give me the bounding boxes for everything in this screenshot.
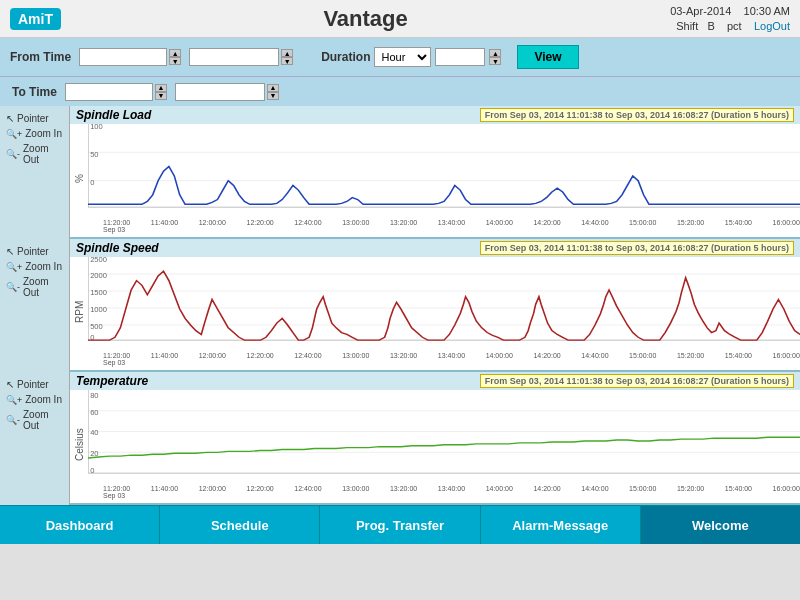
to-date-input[interactable]: 05-Sep -2014 — [65, 83, 153, 101]
header: AmiT Vantage 03-Apr-2014 10:30 AM Shift … — [0, 0, 800, 38]
pointer-button-3[interactable]: ↖ Pointer — [4, 378, 51, 391]
time-display: 10:30 AM — [744, 5, 790, 17]
temperature-ylabel: Celsius — [70, 390, 88, 499]
spindle-speed-range: From Sep 03, 2014 11:01:38 to Sep 03, 20… — [480, 241, 794, 255]
spindle-speed-header: Spindle Speed From Sep 03, 2014 11:01:38… — [70, 239, 800, 257]
controls-bar-2: To Time 05-Sep -2014 ▲▼ 02:00:00 PM ▲▼ — [0, 76, 800, 106]
svg-text:0: 0 — [90, 180, 94, 187]
to-time-group: 02:00:00 PM ▲▼ — [175, 83, 279, 101]
pointer-icon-3: ↖ — [6, 379, 14, 390]
zoom-in-icon-2: 🔍+ — [6, 262, 22, 272]
temperature-header: Temperature From Sep 03, 2014 11:01:38 t… — [70, 372, 800, 390]
bottom-nav: Dashboard Schedule Prog. Transfer Alarm-… — [0, 504, 800, 544]
spindle-speed-area: RPM 2500 — [70, 257, 800, 366]
svg-text:50: 50 — [90, 151, 98, 158]
spindle-load-ylabel: % — [70, 124, 88, 233]
logo: AmiT — [10, 8, 61, 30]
spindle-speed-canvas: 2500 2000 1500 1000 500 0 — [88, 257, 800, 352]
duration-spinner[interactable]: ▲▼ — [489, 49, 501, 65]
to-time-label: To Time — [12, 85, 57, 99]
svg-text:0: 0 — [90, 468, 94, 475]
temperature-panel: Temperature From Sep 03, 2014 11:01:38 t… — [70, 372, 800, 505]
pointer-button-2[interactable]: ↖ Pointer — [4, 245, 51, 258]
spindle-load-area: % 100 50 0 — [70, 124, 800, 233]
pointer-icon-1: ↖ — [6, 113, 14, 124]
zoom-out-label-3: Zoom Out — [23, 409, 63, 431]
spindle-speed-sidebar: ↖ Pointer 🔍+ Zoom In 🔍- Zoom Out — [0, 239, 70, 372]
from-date-group: 01-Sep -2014 ▲▼ — [79, 48, 181, 66]
zoom-out-icon-3: 🔍- — [6, 415, 20, 425]
nav-dashboard[interactable]: Dashboard — [0, 506, 160, 544]
temperature-sidebar: ↖ Pointer 🔍+ Zoom In 🔍- Zoom Out — [0, 372, 70, 505]
svg-text:80: 80 — [90, 392, 98, 399]
svg-text:1000: 1000 — [90, 306, 107, 313]
zoom-out-button-3[interactable]: 🔍- Zoom Out — [4, 408, 65, 432]
svg-text:0: 0 — [90, 335, 94, 342]
svg-text:100: 100 — [90, 124, 103, 131]
spindle-load-row: ↖ Pointer 🔍+ Zoom In 🔍- Zoom Out Spindle… — [0, 106, 800, 239]
pointer-label-2: Pointer — [17, 246, 49, 257]
view-button[interactable]: View — [517, 45, 578, 69]
pointer-icon-2: ↖ — [6, 246, 14, 257]
spindle-load-range: From Sep 03, 2014 11:01:38 to Sep 03, 20… — [480, 108, 794, 122]
from-time-input[interactable]: 06:00:00 AM — [189, 48, 279, 66]
spindle-speed-title: Spindle Speed — [76, 241, 159, 255]
zoom-in-icon-3: 🔍+ — [6, 395, 22, 405]
from-time-label: From Time — [10, 50, 71, 64]
zoom-out-label-2: Zoom Out — [23, 276, 63, 298]
spindle-speed-body: 2500 2000 1500 1000 500 0 11:20 — [88, 257, 800, 366]
zoom-out-label-1: Zoom Out — [23, 143, 63, 165]
spindle-load-body: 100 50 0 11:20:00Sep 0311:40:0012:00:001… — [88, 124, 800, 233]
nav-alarm-message[interactable]: Alarm-Message — [481, 506, 641, 544]
shift-value: B — [707, 20, 714, 32]
controls-bar: From Time 01-Sep -2014 ▲▼ 06:00:00 AM ▲▼… — [0, 38, 800, 76]
from-date-input[interactable]: 01-Sep -2014 — [79, 48, 167, 66]
zoom-in-label-3: Zoom In — [25, 394, 62, 405]
svg-text:2000: 2000 — [90, 272, 107, 279]
zoom-out-button-1[interactable]: 🔍- Zoom Out — [4, 142, 65, 166]
spindle-speed-xaxis: 11:20:00Sep 0311:40:0012:00:0012:20:0012… — [88, 352, 800, 366]
from-time-group: 06:00:00 AM ▲▼ — [189, 48, 293, 66]
svg-text:1500: 1500 — [90, 289, 107, 296]
temperature-body: 80 60 40 20 0 11:20:00Sep 0311:40:0012:0… — [88, 390, 800, 499]
spindle-load-xaxis: 11:20:00Sep 0311:40:0012:00:0012:20:0012… — [88, 219, 800, 233]
zoom-in-label-1: Zoom In — [25, 128, 62, 139]
to-date-spinner[interactable]: ▲▼ — [155, 84, 167, 100]
to-time-spinner[interactable]: ▲▼ — [267, 84, 279, 100]
to-time-input[interactable]: 02:00:00 PM — [175, 83, 265, 101]
header-info: 03-Apr-2014 10:30 AM Shift B pct LogOut — [670, 4, 790, 33]
spindle-load-sidebar: ↖ Pointer 🔍+ Zoom In 🔍- Zoom Out — [0, 106, 70, 239]
pointer-label-1: Pointer — [17, 113, 49, 124]
nav-prog-transfer[interactable]: Prog. Transfer — [320, 506, 480, 544]
zoom-in-button-3[interactable]: 🔍+ Zoom In — [4, 393, 64, 406]
zoom-in-label-2: Zoom In — [25, 261, 62, 272]
temperature-row: ↖ Pointer 🔍+ Zoom In 🔍- Zoom Out Tempera… — [0, 372, 800, 505]
svg-text:500: 500 — [90, 323, 103, 330]
to-date-group: 05-Sep -2014 ▲▼ — [65, 83, 167, 101]
duration-number-input[interactable]: 8 — [435, 48, 485, 66]
spindle-load-header: Spindle Load From Sep 03, 2014 11:01:38 … — [70, 106, 800, 124]
logout-button[interactable]: LogOut — [754, 20, 790, 32]
temperature-xaxis: 11:20:00Sep 0311:40:0012:00:0012:20:0012… — [88, 485, 800, 499]
duration-label: Duration — [321, 50, 370, 64]
from-date-spinner[interactable]: ▲▼ — [169, 49, 181, 65]
zoom-out-button-2[interactable]: 🔍- Zoom Out — [4, 275, 65, 299]
zoom-in-button-1[interactable]: 🔍+ Zoom In — [4, 127, 64, 140]
nav-schedule[interactable]: Schedule — [160, 506, 320, 544]
spindle-speed-row: ↖ Pointer 🔍+ Zoom In 🔍- Zoom Out Spindle… — [0, 239, 800, 372]
duration-select[interactable]: HourDayWeekMonth — [374, 47, 431, 67]
temperature-title: Temperature — [76, 374, 148, 388]
spindle-load-canvas: 100 50 0 — [88, 124, 800, 219]
zoom-out-icon-1: 🔍- — [6, 149, 20, 159]
date-display: 03-Apr-2014 — [670, 5, 731, 17]
app-title: Vantage — [323, 6, 407, 32]
spindle-load-title: Spindle Load — [76, 108, 151, 122]
zoom-in-button-2[interactable]: 🔍+ Zoom In — [4, 260, 64, 273]
svg-text:2500: 2500 — [90, 257, 107, 264]
from-time-spinner[interactable]: ▲▼ — [281, 49, 293, 65]
pointer-button-1[interactable]: ↖ Pointer — [4, 112, 51, 125]
svg-text:40: 40 — [90, 430, 98, 437]
nav-welcome[interactable]: Welcome — [641, 506, 800, 544]
duration-group: Duration HourDayWeekMonth 8 ▲▼ — [321, 47, 501, 67]
temperature-range: From Sep 03, 2014 11:01:38 to Sep 03, 20… — [480, 374, 794, 388]
